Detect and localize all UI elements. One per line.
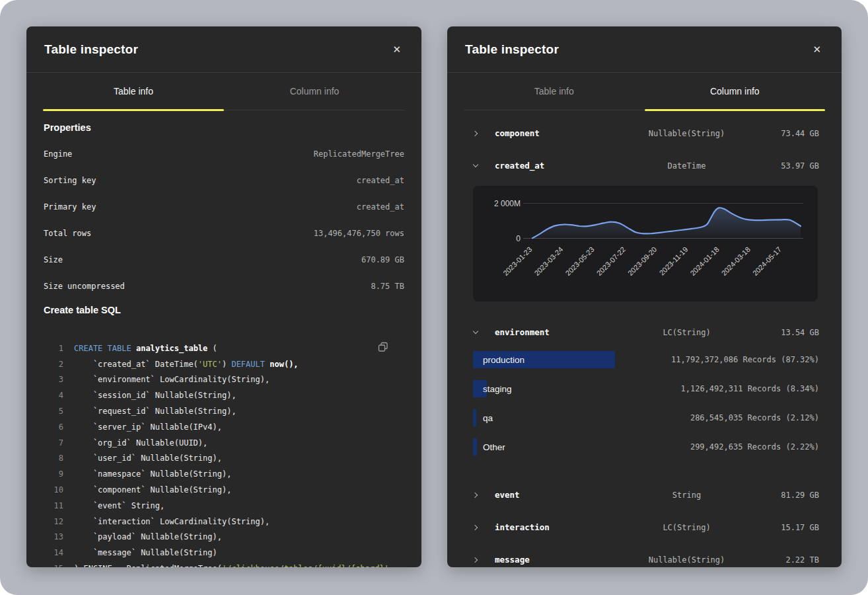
column-name: message	[495, 555, 620, 565]
column-size: 53.97 GB	[753, 161, 819, 171]
y-tick-label-max: 2 000M	[494, 199, 521, 208]
property-row: Engine ReplicatedMergeTree	[44, 141, 404, 167]
sql-line: 8 `user_id` Nullable(String),	[44, 451, 404, 467]
column-size: 13.54 GB	[753, 328, 819, 337]
x-tick-label: 2023-09-20	[626, 245, 658, 277]
column-type: DateTime	[620, 161, 753, 171]
property-label: Sorting key	[44, 176, 96, 185]
x-tick-label: 2023-03-24	[532, 245, 564, 277]
table-inspector-modal-left: Table inspector ✕ Table info Column info…	[26, 26, 421, 567]
column-name: created_at	[495, 161, 620, 171]
column-type: LC(String)	[620, 523, 753, 532]
column-name: environment	[495, 327, 620, 337]
line-number: 2	[44, 360, 63, 369]
sql-line: 4 `session_id` Nullable(String),	[44, 387, 404, 403]
close-icon[interactable]: ✕	[810, 42, 824, 57]
env-value-row: staging 1,126,492,311 Records (8.34%)	[471, 380, 819, 397]
property-row: Primary key created_at	[44, 194, 404, 220]
x-tick-label: 2024-03-18	[720, 245, 752, 277]
env-value-label: staging	[483, 384, 512, 394]
line-number: 12	[44, 517, 63, 526]
env-bar	[473, 409, 476, 426]
column-type: Nullable(String)	[620, 129, 753, 138]
sql-line: 11 `event` String,	[44, 498, 404, 514]
table-inspector-modal-right: Table inspector ✕ Table info Column info…	[447, 26, 842, 567]
chevron-right-icon[interactable]	[471, 555, 480, 565]
sql-line: 5 `request_id` Nullable(String),	[44, 403, 404, 419]
property-label: Engine	[44, 149, 72, 159]
properties-heading: Properties	[44, 110, 404, 141]
tab-label: Table info	[114, 86, 153, 97]
column-row-event[interactable]: event String 81.29 GB	[471, 479, 819, 511]
x-tick-label: 2024-01-18	[688, 245, 720, 277]
property-row: Size 670.89 GB	[44, 247, 404, 273]
property-value: created_at	[357, 202, 404, 212]
sql-line: 3 `environment` LowCardinality(String),	[44, 372, 404, 388]
column-type: LC(String)	[620, 328, 753, 337]
x-tick-label: 2023-01-23	[501, 245, 533, 277]
x-tick-label: 2023-05-23	[564, 245, 596, 277]
env-value-records: 1,126,492,311 Records (8.34%)	[680, 384, 819, 393]
tab-column-info[interactable]: Column info	[224, 73, 405, 110]
chevron-right-icon[interactable]	[471, 523, 480, 532]
line-number: 9	[44, 469, 63, 479]
property-value: 13,496,476,750 rows	[314, 229, 404, 238]
env-value-row: production 11,792,372,086 Records (87.32…	[471, 351, 819, 368]
sql-line: 2 `created_at` DateTime('UTC') DEFAULT n…	[44, 356, 404, 372]
line-number: 10	[44, 485, 63, 495]
env-value-label: production	[483, 355, 524, 365]
property-value: 8.75 TB	[371, 282, 404, 291]
line-number: 14	[44, 548, 63, 557]
modal-header: Table inspector ✕	[447, 26, 842, 73]
property-row: Size uncompressed 8.75 TB	[44, 273, 404, 299]
property-label: Size uncompressed	[44, 282, 125, 291]
env-value-label: Other	[483, 442, 505, 452]
env-value-records: 11,792,372,086 Records (87.32%)	[671, 355, 819, 364]
sql-line: 13 `payload` Nullable(String),	[44, 530, 404, 545]
property-value: 670.89 GB	[361, 255, 404, 264]
column-row-environment[interactable]: environment LC(String) 13.54 GB	[471, 316, 819, 348]
tab-table-info[interactable]: Table info	[464, 73, 645, 110]
x-tick-label: 2023-07-22	[595, 245, 627, 277]
column-size: 2.22 TB	[753, 555, 819, 565]
tab-label: Column info	[710, 86, 760, 97]
env-value-row: qa 286,545,035 Records (2.12%)	[471, 409, 819, 426]
line-number: 3	[44, 375, 63, 384]
line-number: 11	[44, 501, 63, 510]
property-value: ReplicatedMergeTree	[314, 149, 404, 159]
line-number: 6	[44, 422, 63, 432]
column-row-component[interactable]: component Nullable(String) 73.44 GB	[471, 117, 819, 149]
create-table-sql-heading: Create table SQL	[44, 299, 404, 318]
tab-bar: Table info Column info	[464, 73, 825, 110]
chevron-down-icon[interactable]	[471, 161, 480, 171]
line-number: 7	[44, 438, 63, 448]
close-icon[interactable]: ✕	[390, 42, 404, 57]
line-number: 13	[44, 532, 63, 541]
copy-icon[interactable]	[377, 340, 390, 356]
column-name: interaction	[495, 522, 620, 532]
modal-title: Table inspector	[465, 42, 559, 57]
env-value-records: 299,492,635 Records (2.22%)	[690, 442, 819, 452]
tab-column-info[interactable]: Column info	[645, 73, 826, 110]
created-at-distribution-chart: 2 000M02023-01-232023-03-242023-05-23202…	[473, 186, 818, 301]
column-row-message[interactable]: message Nullable(String) 2.22 TB	[471, 543, 819, 567]
column-row-created-at[interactable]: created_at DateTime 53.97 GB	[471, 149, 819, 182]
chevron-right-icon[interactable]	[471, 129, 480, 138]
sql-line: 6 `server_ip` Nullable(IPv4),	[44, 419, 404, 435]
column-row-interaction[interactable]: interaction LC(String) 15.17 GB	[471, 511, 819, 543]
chevron-down-icon[interactable]	[471, 328, 480, 337]
property-label: Total rows	[44, 229, 91, 238]
tab-label: Table info	[534, 86, 574, 97]
tab-bar: Table info Column info	[43, 73, 405, 110]
property-label: Primary key	[44, 202, 96, 212]
chevron-right-icon[interactable]	[471, 491, 480, 500]
line-number: 4	[44, 391, 63, 400]
line-number: 5	[44, 407, 63, 416]
column-name: event	[495, 490, 620, 500]
env-bar	[473, 438, 477, 456]
sql-line: 1CREATE TABLE analytics_table (	[44, 340, 404, 356]
sql-line: 10 `component` Nullable(String),	[44, 482, 404, 498]
env-value-records: 286,545,035 Records (2.12%)	[690, 413, 819, 422]
tab-table-info[interactable]: Table info	[43, 73, 224, 110]
property-label: Size	[44, 255, 63, 264]
